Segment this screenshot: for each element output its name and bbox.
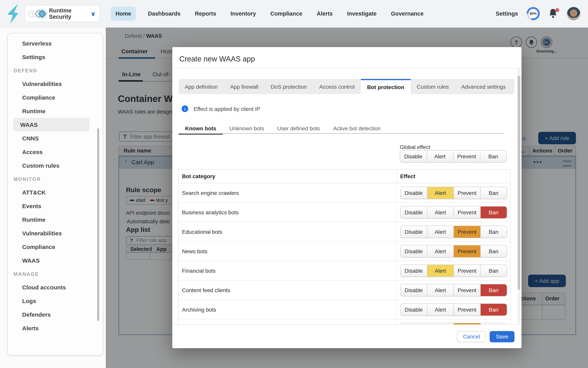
bot-category-label: News bots (179, 242, 396, 261)
effect-prevent-button[interactable]: Prevent (454, 284, 480, 296)
effect-prevent-button[interactable]: Prevent (454, 187, 480, 199)
effect-disable-button[interactable]: Disable (401, 187, 427, 199)
effect-alert-button[interactable]: Alert (427, 187, 454, 199)
sidebar-item-vulnerabilities[interactable]: Vulnerabilities (13, 226, 90, 240)
sidebar-item-cloud-accounts[interactable]: Cloud accounts (13, 280, 90, 294)
effect-ban-button[interactable]: Ban (480, 151, 506, 162)
sidebar-item-events[interactable]: Events (13, 199, 90, 213)
sidebar-scrollbar[interactable] (97, 128, 99, 321)
effect-disable-button[interactable]: Disable (401, 304, 427, 315)
effect-alert-button[interactable]: Alert (427, 151, 453, 162)
sidebar-item-waas[interactable]: WAAS (13, 118, 90, 131)
modal-tab-access-control[interactable]: Access control (313, 79, 361, 94)
user-avatar[interactable] (567, 7, 580, 20)
modal-tab-custom-rules[interactable]: Custom rules (410, 79, 455, 94)
bot-effect-cell: DisableAlertPreventBan (396, 261, 510, 280)
nav-item-compliance[interactable]: Compliance (268, 7, 305, 21)
effect-prevent-button[interactable]: Prevent (454, 245, 480, 257)
effect-alert-button[interactable]: Alert (427, 245, 454, 257)
sidebar-item-access[interactable]: Access (13, 145, 90, 159)
effect-alert-button[interactable]: Alert (427, 284, 454, 296)
top-bar: Runtime Security ∨ HomeDashboardsReports… (0, 0, 588, 28)
sidebar-item-settings[interactable]: Settings (13, 50, 90, 64)
sidebar-item-compliance[interactable]: Compliance (13, 240, 90, 254)
nav-item-alerts[interactable]: Alerts (314, 7, 335, 21)
sidebar-item-compliance[interactable]: Compliance (13, 91, 90, 104)
sidebar-item-runtime[interactable]: Runtime (13, 104, 90, 118)
bot-category-label: Educational bots (179, 222, 396, 241)
modal-info-row: i Effect is applied by client IP (182, 105, 260, 112)
sidebar-item-waas[interactable]: WAAS (13, 254, 90, 267)
sidebar-item-vulnerabilities[interactable]: Vulnerabilities (13, 77, 90, 91)
effect-column-header: Effect (396, 170, 510, 183)
nav-item-dashboards[interactable]: Dashboards (146, 7, 183, 21)
sidebar-item-alerts[interactable]: Alerts (13, 321, 90, 335)
nav-item-investigate[interactable]: Investigate (345, 7, 379, 21)
notifications-bell-icon[interactable] (548, 8, 559, 19)
global-effect-label: Global effect (400, 144, 430, 150)
sidebar-item-runtime[interactable]: Runtime (13, 213, 90, 226)
usage-progress-value: 80% (528, 9, 538, 18)
nav-item-reports[interactable]: Reports (192, 7, 218, 21)
bot-category-label: Business analytics bots (179, 203, 396, 222)
sidebar-item-att-ck[interactable]: ATT&CK (13, 185, 90, 199)
effect-disable-button[interactable]: Disable (401, 284, 427, 296)
sidebar-item-defenders[interactable]: Defenders (13, 308, 90, 321)
effect-ban-button[interactable]: Ban (480, 284, 507, 296)
effect-alert-button[interactable]: Alert (427, 206, 454, 218)
modal-footer: Cancel Save (172, 324, 522, 348)
sidebar-section-monitor: MONITOR (8, 172, 103, 185)
bot-category-label: Archiving bots (179, 300, 396, 319)
effect-disable-button[interactable]: Disable (400, 151, 427, 162)
save-button[interactable]: Save (490, 331, 515, 342)
sidebar-item-logs[interactable]: Logs (13, 294, 90, 308)
bot-category-table: Bot category Effect Search engine crawle… (178, 169, 511, 339)
effect-ban-button[interactable]: Ban (480, 304, 507, 315)
effect-alert-button[interactable]: Alert (427, 226, 454, 238)
subtabs-baseline (179, 133, 504, 134)
effect-disable-button[interactable]: Disable (401, 206, 427, 218)
modal-tab-app-firewall[interactable]: App firewall (224, 79, 265, 94)
modal-tab-dos-protection[interactable]: DoS protection (264, 79, 313, 94)
bot-table-header: Bot category Effect (179, 170, 510, 183)
effect-ban-button[interactable]: Ban (480, 206, 507, 218)
modal-tab-bot-protection[interactable]: Bot protection (361, 79, 410, 94)
bot-effect-group: DisableAlertPreventBan (400, 245, 507, 257)
modal-header-divider (172, 68, 522, 68)
effect-ban-button[interactable]: Ban (480, 265, 507, 276)
effect-prevent-button[interactable]: Prevent (454, 206, 480, 218)
notification-badge (555, 8, 559, 12)
effect-prevent-button[interactable]: Prevent (453, 151, 480, 162)
effect-disable-button[interactable]: Disable (401, 226, 427, 238)
effect-ban-button[interactable]: Ban (480, 226, 507, 238)
effect-disable-button[interactable]: Disable (401, 245, 427, 257)
bot-effect-group: DisableAlertPreventBan (400, 303, 507, 316)
nav-item-home[interactable]: Home (111, 7, 136, 21)
info-icon: i (182, 105, 188, 112)
effect-alert-button[interactable]: Alert (427, 265, 454, 276)
sidebar-item-custom-rules[interactable]: Custom rules (13, 159, 90, 172)
cancel-button[interactable]: Cancel (457, 331, 486, 342)
nav-item-inventory[interactable]: Inventory (228, 7, 258, 21)
modal-tab-bar: App definitionApp firewallDoS protection… (179, 79, 515, 94)
modal-tab-advanced-settings[interactable]: Advanced settings (455, 79, 512, 94)
effect-prevent-button[interactable]: Prevent (454, 304, 480, 315)
effect-prevent-button[interactable]: Prevent (454, 265, 480, 276)
effect-disable-button[interactable]: Disable (401, 265, 427, 276)
modal-scrollbar-thumb[interactable] (518, 76, 520, 290)
effect-ban-button[interactable]: Ban (480, 187, 507, 199)
sidebar-section-defend: DEFEND (8, 64, 103, 77)
effect-ban-button[interactable]: Ban (480, 245, 507, 257)
effect-alert-button[interactable]: Alert (427, 304, 454, 315)
modal-tab-app-definition[interactable]: App definition (179, 79, 224, 94)
brand-logo-icon (6, 3, 19, 24)
bot-effect-cell: DisableAlertPreventBan (396, 222, 510, 241)
sidebar-item-serverless[interactable]: Serverless (13, 37, 90, 50)
global-effect-group: DisableAlertPreventBan (400, 150, 507, 163)
nav-item-governance[interactable]: Governance (389, 7, 426, 21)
usage-progress-ring[interactable]: 80% (526, 7, 540, 20)
effect-prevent-button[interactable]: Prevent (454, 226, 480, 238)
product-switcher[interactable]: Runtime Security ∨ (25, 5, 100, 22)
settings-link[interactable]: Settings (496, 10, 518, 17)
sidebar-item-cnns[interactable]: CNNS (13, 131, 90, 145)
